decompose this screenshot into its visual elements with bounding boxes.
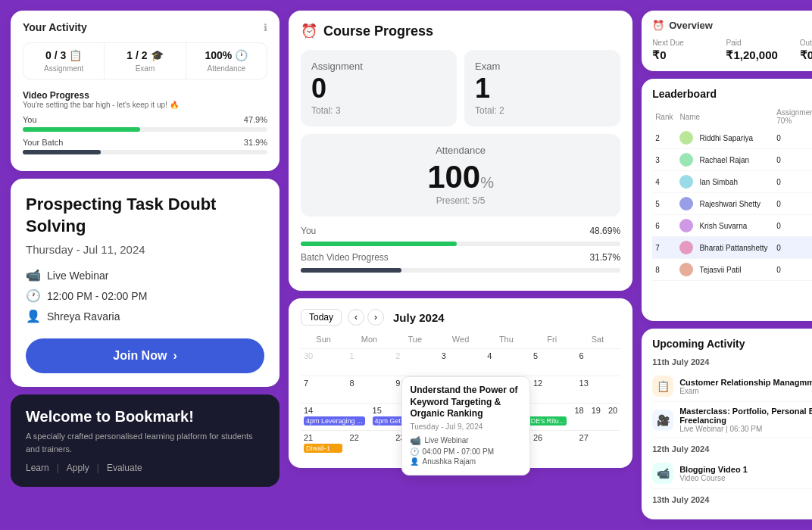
popup-event-time: 04:00 PM - 07:00 PM	[422, 447, 494, 456]
assignment-box: Assignment 0 Total: 3	[301, 50, 457, 126]
exam-value: 1 / 2	[126, 49, 147, 61]
date-label: 13th July 2024	[652, 495, 812, 504]
avatar	[679, 197, 693, 210]
day-mon: Mon	[346, 333, 392, 345]
you-progress-bar-fill	[23, 127, 140, 132]
webinar-host: Shreya Ravaria	[47, 310, 120, 323]
webinar-title: Prospecting Task Doubt Solving	[26, 194, 264, 237]
table-row: 2 Riddhi Sapariya 0 27.9 27.9	[652, 127, 812, 149]
cal-cell-19[interactable]: 19	[589, 404, 604, 430]
calendar-days-header: Sun Mon Tue Wed Thu Fri Sat	[301, 333, 620, 345]
assignment-box-value: 0	[311, 75, 446, 102]
overview-header: ⏰ Overview	[652, 20, 812, 31]
cal-cell-27[interactable]: 27	[576, 431, 621, 457]
outstanding-value: ₹0	[800, 48, 812, 62]
cal-cell-jul9[interactable]: 9 Understand the Power of Keyword Target…	[392, 376, 437, 403]
exam-stat: 1 / 2 🎓 Exam	[105, 43, 186, 79]
assignment-box-total: Total: 3	[311, 105, 446, 116]
activity-title: Your Activity	[23, 21, 87, 33]
cal-cell-jul12[interactable]: 12	[530, 376, 575, 403]
activity-card: Your Activity ℹ 0 / 3 📋 Assignment 1 / 2…	[11, 11, 280, 171]
cal-cell-18[interactable]: 18	[571, 404, 586, 430]
activity-name: Masterclass: Portfolio, Personal Brandin…	[679, 407, 812, 425]
exam-box: Exam 1 Total: 2	[464, 50, 620, 126]
table-row: 6 Krish Suvarna 0 19.2 19.2	[652, 215, 812, 237]
assignment-cell: 0	[773, 259, 812, 281]
avatar	[679, 131, 693, 145]
webinar-date: Thursday - Jul 11, 2024	[26, 243, 264, 256]
assignment-box-label: Assignment	[311, 61, 446, 72]
webinar-time-row: 🕐 12:00 PM - 02:00 PM	[26, 288, 264, 303]
left-column: Your Activity ℹ 0 / 3 📋 Assignment 1 / 2…	[11, 11, 280, 519]
cal-cell-jul2prev[interactable]: 2	[392, 349, 437, 376]
cal-cell-jul4[interactable]: 4	[484, 349, 529, 376]
evaluate-link[interactable]: Evaluate	[107, 463, 142, 473]
table-row: 5 Rajeshwari Shetty 0 23.4 23.4	[652, 193, 812, 215]
leaderboard-title: Leaderboard	[652, 88, 717, 100]
date-group: 12th July 2024 📹 Blogging Video 1 Video …	[652, 444, 812, 489]
name-cell: Bharati Pattanshetty	[676, 237, 773, 259]
course-progress-card: ⏰ Course Progress Assignment 0 Total: 3 …	[289, 11, 632, 291]
cal-cell-jul8[interactable]: 8	[347, 376, 392, 403]
exam-box-value: 1	[475, 75, 610, 102]
cal-cell-jul5[interactable]: 5	[530, 349, 575, 376]
outstanding-label: Outstanding	[800, 39, 812, 47]
cal-cell-jul7[interactable]: 7	[301, 376, 345, 403]
avatar	[679, 153, 693, 167]
assignment-cell: 0	[773, 237, 812, 259]
welcome-subtitle: A specially crafted personalised learnin…	[26, 430, 264, 455]
cal-event-diwali[interactable]: Diwali-1	[304, 444, 342, 453]
cal-cell-jul1prev[interactable]: 1	[347, 349, 392, 376]
cal-cell-jun30[interactable]: 30	[301, 349, 345, 376]
day-sat: Sat	[575, 333, 620, 345]
calendar-week-1: 30 1 2 3 4 5 6	[301, 348, 620, 376]
exam-label: Exam	[136, 64, 155, 73]
activity-stats: 0 / 3 📋 Assignment 1 / 2 🎓 Exam 100% 🕐 A…	[23, 42, 267, 80]
batch-progress-bar-bg	[23, 150, 267, 154]
welcome-card: Welcome to Bookmark! A specially crafted…	[11, 394, 280, 487]
exam-icon: 🎓	[151, 49, 164, 61]
popup-type-row: 📹 Live Webinar	[410, 435, 522, 446]
popup-time-row: 🕐 04:00 PM - 07:00 PM	[410, 447, 522, 456]
calendar-prev-button[interactable]: ‹	[348, 309, 364, 326]
name-cell: Rajeshwari Shetty	[676, 193, 773, 215]
you-pct: 47.9%	[244, 115, 267, 124]
learn-link[interactable]: Learn	[26, 463, 49, 473]
cal-cell-22[interactable]: 22	[347, 431, 392, 457]
cal-cell-jul6[interactable]: 6	[576, 349, 621, 376]
name-cell: Tejasvii Patil	[676, 259, 773, 281]
cal-event-leveraging[interactable]: 4pm Leveraging ...	[304, 416, 365, 426]
overview-clock-icon: ⏰	[652, 20, 664, 31]
date-group: 11th July 2024 📋 Customer Relationship M…	[652, 357, 812, 438]
video-progress-section: Video Progress You're setting the bar hi…	[23, 90, 267, 154]
calendar-event-popup: Understand the Power of Keyword Targetin…	[401, 376, 530, 475]
cal-cell-14[interactable]: 14 4pm Leveraging ...	[301, 404, 368, 430]
calendar-next-button[interactable]: ›	[367, 309, 384, 326]
list-item: 📹 Blogging Video 1 Video Course ›	[652, 458, 812, 489]
avatar	[679, 219, 693, 232]
cal-cell-26[interactable]: 26	[530, 431, 575, 457]
activity-info-icon[interactable]: ℹ	[264, 22, 267, 33]
batch-progress-section: Batch Video Progress 31.57%	[301, 252, 620, 273]
rank-cell: 3	[652, 149, 676, 171]
assignment-cell: 0	[773, 193, 812, 215]
calendar-today-button[interactable]: Today	[301, 309, 342, 326]
apply-link[interactable]: Apply	[67, 463, 89, 473]
sep1: |	[57, 463, 59, 473]
cal-cell-20[interactable]: 20	[605, 404, 620, 430]
activity-icon: 📋	[652, 376, 673, 397]
rank-cell: 8	[652, 259, 676, 281]
cal-cell-jul3[interactable]: 3	[439, 349, 483, 376]
cal-cell-21[interactable]: 21 Diwali-1	[301, 431, 345, 457]
rank-cell: 7	[652, 237, 676, 259]
attendance-value: 100%	[205, 49, 232, 61]
name-header: Name	[676, 106, 773, 127]
cal-cell-jul13[interactable]: 13	[576, 376, 621, 403]
attendance-present: Present: 5/5	[311, 195, 610, 206]
assignment-value: 0 / 3	[45, 49, 66, 61]
day-tue: Tue	[392, 333, 438, 345]
exam-box-label: Exam	[475, 61, 610, 72]
you-progress-pct: 48.69%	[589, 226, 620, 239]
join-now-button[interactable]: Join Now ›	[26, 338, 264, 373]
next-due-value: ₹0	[652, 48, 726, 62]
